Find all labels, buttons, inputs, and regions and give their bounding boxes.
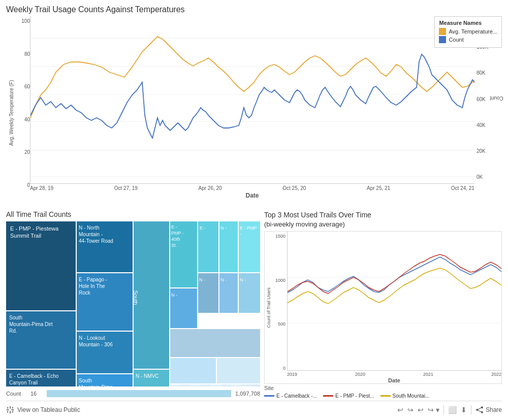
svg-text:E -: E - <box>171 224 177 230</box>
svg-rect-55 <box>170 358 216 383</box>
footer-actions: ↩ ↪ ↩ ↪ ▾ ⬜ ⬇ Share <box>397 405 502 414</box>
svg-rect-61 <box>201 384 211 386</box>
top3-y-tick-1000: 1000 <box>273 278 287 283</box>
y-left-tick-20: 20 <box>17 149 30 155</box>
x-tick-oct24-21: Oct 24, 21 <box>451 185 474 191</box>
legend-label-piestewa: E - PMP - Piest... <box>335 393 374 399</box>
x-tick-oct25-20: Oct 25, 20 <box>282 185 306 191</box>
svg-text:N - North: N - North <box>79 225 100 231</box>
svg-rect-64 <box>231 384 241 386</box>
tableau-link-label: View on Tableau Public <box>17 406 80 413</box>
svg-rect-62 <box>211 384 221 386</box>
top3-chart-area: Count of Trail Users 0 500 1000 1500 <box>264 231 502 384</box>
top3-legend: E - Camelback -... E - PMP - Piest... So… <box>264 393 502 399</box>
treemap-svg: E - PMP - Piestewa Summit Trail N - Nort… <box>6 221 260 386</box>
svg-rect-92 <box>10 406 11 409</box>
svg-rect-63 <box>221 384 231 386</box>
download-icon[interactable]: ⬇ <box>461 406 467 414</box>
svg-rect-60 <box>190 384 201 386</box>
tableau-link[interactable]: View on Tableau Public <box>6 406 80 414</box>
top-chart-section: Weekly Trail Usage Counts Against Temper… <box>6 5 502 208</box>
y-left-tick-40: 40 <box>17 117 30 122</box>
share-button[interactable]: Share <box>475 406 502 414</box>
top3-x-tick-2022: 2022 <box>491 372 501 377</box>
svg-rect-13 <box>134 221 169 369</box>
footer-divider-2 <box>471 405 471 414</box>
bottom-section: All Time Trail Counts E - PMP - Piestewa… <box>6 210 502 399</box>
legend-title: Measure Names <box>439 20 497 26</box>
svg-text:N -: N - <box>171 293 177 298</box>
svg-text:N -: N - <box>220 225 227 231</box>
top3-x-tick-2021: 2021 <box>423 372 433 377</box>
svg-rect-56 <box>217 358 260 383</box>
svg-rect-95 <box>11 409 14 410</box>
count-total: 1,097,708 <box>235 391 260 397</box>
legend-camelback: E - Camelback -... <box>264 393 317 399</box>
svg-text:Mountain-Pima Dirt: Mountain-Pima Dirt <box>9 321 53 327</box>
y-right-tick-80k: 80K <box>477 70 494 76</box>
svg-text:South: South <box>79 378 92 383</box>
svg-text:South: South <box>133 290 139 305</box>
footer-divider <box>443 405 444 414</box>
svg-point-101 <box>481 411 483 413</box>
top3-x-tick-2020: 2020 <box>355 372 365 377</box>
legend-color-piestewa <box>323 395 333 397</box>
svg-text:N -: N - <box>240 277 246 282</box>
x-axis-title: Date <box>30 192 474 199</box>
svg-rect-59 <box>180 384 190 386</box>
svg-text:N - NMVC: N - NMVC <box>136 373 159 379</box>
top-chart-area: Avg. Weekly Temperature (F) 0 20 40 60 8… <box>6 16 502 199</box>
svg-text:Hole In The: Hole In The <box>79 283 105 289</box>
redo2-icon[interactable]: ↪ ▾ <box>428 406 439 414</box>
x-tick-apr25-21: Apr 25, 21 <box>367 185 390 191</box>
svg-rect-98 <box>7 411 8 412</box>
svg-line-103 <box>478 408 481 409</box>
svg-text:South: South <box>9 315 22 320</box>
chart-title: Weekly Trail Usage Counts Against Temper… <box>6 5 502 14</box>
legend-color-camelback <box>264 395 274 397</box>
svg-rect-54 <box>170 329 260 357</box>
legend-label-camelback: E - Camelback -... <box>276 393 317 399</box>
svg-line-104 <box>478 410 481 412</box>
y-axis-left-label: Avg. Weekly Temperature (F) <box>7 16 16 199</box>
y-axis-right-label: Count <box>490 95 503 101</box>
present-icon[interactable]: ⬜ <box>448 406 457 414</box>
top3-title: Top 3 Most Used Trails Over Time (bi-wee… <box>264 210 502 229</box>
svg-text:Mountain -: Mountain - <box>79 232 103 237</box>
y-left-tick-60: 60 <box>17 84 30 89</box>
trail-counts-title: All Time Trail Counts <box>6 210 260 218</box>
legend-piestewa: E - PMP - Piest... <box>323 393 374 399</box>
svg-rect-94 <box>7 409 9 410</box>
legend-color-temp <box>439 28 446 35</box>
undo-icon[interactable]: ↩ <box>397 406 403 414</box>
y-right-tick-0k: 0K <box>477 174 494 180</box>
svg-rect-97 <box>12 407 13 408</box>
undo2-icon[interactable]: ↩ <box>418 406 424 414</box>
count-bar-area: Count 16 1,097,708 <box>6 389 260 399</box>
legend-label-temp: Avg. Temperature... <box>449 28 497 35</box>
count-label: Count <box>6 391 26 397</box>
piestewa-line <box>288 246 501 294</box>
svg-text:-: - <box>240 232 241 237</box>
trail-counts-section: All Time Trail Counts E - PMP - Piestewa… <box>6 210 260 399</box>
y-left-tick-80: 80 <box>17 51 30 57</box>
count-line <box>30 54 474 138</box>
redo-icon[interactable]: ↪ <box>407 406 414 414</box>
svg-rect-96 <box>7 407 8 408</box>
svg-text:N -: N - <box>199 277 205 282</box>
legend-south-mountain: South Mountai... <box>380 393 430 399</box>
svg-text:Mountain - 306: Mountain - 306 <box>79 342 113 347</box>
svg-text:Rock: Rock <box>79 290 91 296</box>
x-tick-apr26-20: Apr 26, 20 <box>199 185 222 191</box>
x-tick-oct27-19: Oct 27, 19 <box>114 185 138 191</box>
x-tick-apr28-19: Apr 28, 19 <box>30 185 53 191</box>
temperature-line <box>30 37 474 118</box>
top3-x-tick-2019: 2019 <box>287 372 297 377</box>
legend-label-south-mountain: South Mountai... <box>393 393 430 399</box>
chart-grid <box>30 16 474 183</box>
y-left-tick-0: 0 <box>17 182 30 188</box>
chart-legend: Measure Names Avg. Temperature... Count <box>434 16 502 48</box>
legend-item-temp: Avg. Temperature... <box>439 28 497 35</box>
svg-text:E - PMP: E - PMP <box>240 225 257 231</box>
count-bar <box>47 390 231 397</box>
